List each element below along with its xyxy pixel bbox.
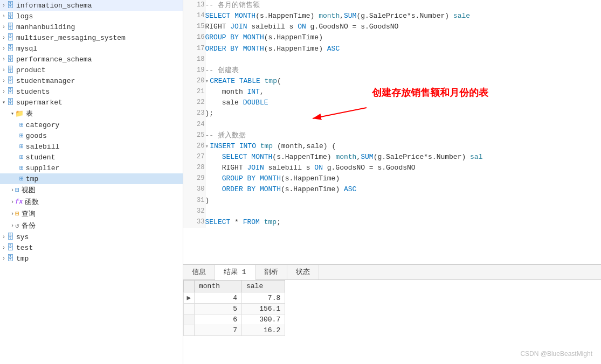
db-icon: 🗄 xyxy=(6,23,14,31)
result-row: 6300.7 xyxy=(184,314,285,325)
cell-sale: 16.2 xyxy=(242,325,285,336)
sidebar-item-logs[interactable]: ›🗄logs xyxy=(0,11,183,22)
line-number: 25 xyxy=(183,130,205,141)
table-icon: ⊞ xyxy=(19,174,24,183)
line-content[interactable]: RIGHT JOIN salebill s ON g.GoodsNO = s.G… xyxy=(205,22,601,32)
sidebar-item-表[interactable]: ▾📁表 xyxy=(0,108,183,120)
sidebar-item-supplier[interactable]: ⊞supplier xyxy=(0,163,183,173)
func-chevron-icon: › xyxy=(11,199,14,205)
sidebar-item-视图[interactable]: ›⊟视图 xyxy=(0,184,183,196)
sidebar-item-tmp[interactable]: ⊞tmp xyxy=(0,173,183,184)
db-icon: 🗄 xyxy=(6,12,14,20)
sidebar-label: performance_schema xyxy=(16,55,92,64)
db-icon: 🗄 xyxy=(6,55,14,64)
line-number: 32 xyxy=(183,206,205,217)
sidebar-label: 函数 xyxy=(25,197,39,207)
sidebar-item-tmp[interactable]: ›🗄tmp xyxy=(0,253,183,264)
line-content[interactable]: ▾CREATE TABLE tmp( xyxy=(205,76,601,87)
code-line: 28 RIGHT JOIN salebill s ON g.GoodsNO = … xyxy=(183,163,601,173)
sidebar-item-information_schema[interactable]: ›🗄information_schema xyxy=(0,0,183,11)
line-content[interactable] xyxy=(205,54,601,65)
sidebar-item-product[interactable]: ›🗄product xyxy=(0,65,183,75)
line-number: 28 xyxy=(183,163,205,173)
line-content[interactable] xyxy=(205,120,601,130)
line-content[interactable]: GROUP BY MONTH(s.HappenTime) xyxy=(205,173,601,184)
line-content[interactable] xyxy=(205,206,601,217)
code-line: 18 xyxy=(183,54,601,65)
db-chevron-icon: ▾ xyxy=(2,99,5,106)
code-line: 19-- 创建表 xyxy=(183,65,601,76)
line-content[interactable]: GROUP BY MONTH(s.HappenTime) xyxy=(205,32,601,43)
row-indicator xyxy=(184,325,195,336)
code-line: 26▾INSERT INTO tmp (month,sale) ( xyxy=(183,141,601,152)
line-content[interactable]: ); xyxy=(205,108,601,119)
table-icon: ⊞ xyxy=(19,131,24,140)
sidebar-item-test[interactable]: ›🗄test xyxy=(0,242,183,253)
code-line: 16GROUP BY MONTH(s.HappenTime) xyxy=(183,32,601,43)
tab-状态[interactable]: 状态 xyxy=(287,265,319,279)
sidebar-item-students[interactable]: ›🗄students xyxy=(0,86,183,97)
code-area: 13-- 各月的销售额14SELECT MONTH(s.HappenTime) … xyxy=(183,0,601,264)
sidebar-item-函数[interactable]: ›fx函数 xyxy=(0,196,183,208)
line-content[interactable]: ORDER BY MONTH(s.HappenTime) ASC xyxy=(205,44,601,54)
db-chevron-icon: › xyxy=(2,89,5,95)
line-content[interactable]: sale DOUBLE xyxy=(205,97,601,108)
sidebar-label: 视图 xyxy=(22,185,36,195)
line-content[interactable]: ) xyxy=(205,195,601,206)
folder-chevron-icon: ▾ xyxy=(11,110,14,117)
result-col-month: month xyxy=(195,281,242,292)
sidebar-item-studentmanager[interactable]: ›🗄studentmanager xyxy=(0,75,183,86)
line-content[interactable]: -- 插入数据 xyxy=(205,130,601,141)
db-chevron-icon: › xyxy=(2,256,5,262)
tab-结果 1[interactable]: 结果 1 xyxy=(215,265,255,280)
cell-month: 7 xyxy=(195,325,242,336)
watermark: CSDN @BlueBeastMight xyxy=(520,350,592,358)
line-content[interactable]: -- 创建表 xyxy=(205,65,601,76)
line-content[interactable]: ORDER BY MONTH(s.HappenTime) ASC xyxy=(205,184,601,195)
line-number: 15 xyxy=(183,22,205,32)
sidebar-item-supermarket[interactable]: ▾🗄supermarket xyxy=(0,97,183,108)
sidebar-item-mysql[interactable]: ›🗄mysql xyxy=(0,43,183,54)
line-number: 18 xyxy=(183,54,205,65)
sidebar-label: 查询 xyxy=(22,209,36,219)
sidebar-item-备份[interactable]: ›↺备份 xyxy=(0,220,183,232)
sidebar-item-manhanbuilding[interactable]: ›🗄manhanbuilding xyxy=(0,22,183,32)
result-col-sale: sale xyxy=(242,281,285,292)
line-content[interactable]: -- 各月的销售额 xyxy=(205,0,601,11)
sidebar-label: tmp xyxy=(26,175,38,183)
sidebar-item-performance_schema[interactable]: ›🗄performance_schema xyxy=(0,54,183,65)
cell-sale: 7.8 xyxy=(242,292,285,304)
db-chevron-icon: › xyxy=(2,13,5,19)
line-number: 29 xyxy=(183,173,205,184)
sidebar-item-sys[interactable]: ›🗄sys xyxy=(0,232,183,242)
tab-剖析[interactable]: 剖析 xyxy=(255,265,287,279)
line-content[interactable]: SELECT MONTH(s.HappenTime) month,SUM(g.S… xyxy=(205,11,601,22)
result-header-row: monthsale xyxy=(184,281,285,292)
sidebar-item-multiuser_messaging_system[interactable]: ›🗄multiuser_messaging_system xyxy=(0,32,183,43)
sidebar: ›🗄information_schema›🗄logs›🗄manhanbuildi… xyxy=(0,0,183,364)
sidebar-label: multiuser_messaging_system xyxy=(16,34,126,42)
bottom-panel: 信息结果 1剖析状态 monthsale ▶47.85156.16300.771… xyxy=(183,264,601,364)
sidebar-label: student xyxy=(26,153,56,162)
sidebar-item-student[interactable]: ⊞student xyxy=(0,152,183,163)
line-content[interactable]: ▾INSERT INTO tmp (month,sale) ( xyxy=(205,141,601,152)
line-number: 21 xyxy=(183,87,205,97)
sidebar-item-查询[interactable]: ›⊞查询 xyxy=(0,208,183,220)
line-content[interactable]: SELECT MONTH(s.HappenTime) month,SUM(g.S… xyxy=(205,152,601,163)
line-content[interactable]: RIGHT JOIN salebill s ON g.GoodsNO = s.G… xyxy=(205,163,601,173)
sidebar-item-category[interactable]: ⊞category xyxy=(0,120,183,130)
tabs-bar: 信息结果 1剖析状态 xyxy=(183,265,601,280)
sidebar-item-salebill[interactable]: ⊞salebill xyxy=(0,141,183,152)
tab-信息[interactable]: 信息 xyxy=(183,265,215,279)
sidebar-label: category xyxy=(26,121,59,129)
line-content[interactable]: SELECT * FROM tmp; xyxy=(205,217,601,228)
code-line: 32 xyxy=(183,206,601,217)
db-icon: 🗄 xyxy=(6,98,14,107)
code-line: 31) xyxy=(183,195,601,206)
sidebar-label: information_schema xyxy=(16,2,92,10)
sidebar-item-goods[interactable]: ⊞goods xyxy=(0,130,183,141)
code-line: 14SELECT MONTH(s.HappenTime) month,SUM(g… xyxy=(183,11,601,22)
db-icon: 🗄 xyxy=(6,254,14,263)
line-content[interactable]: month INT, xyxy=(205,87,601,97)
line-number: 27 xyxy=(183,152,205,163)
